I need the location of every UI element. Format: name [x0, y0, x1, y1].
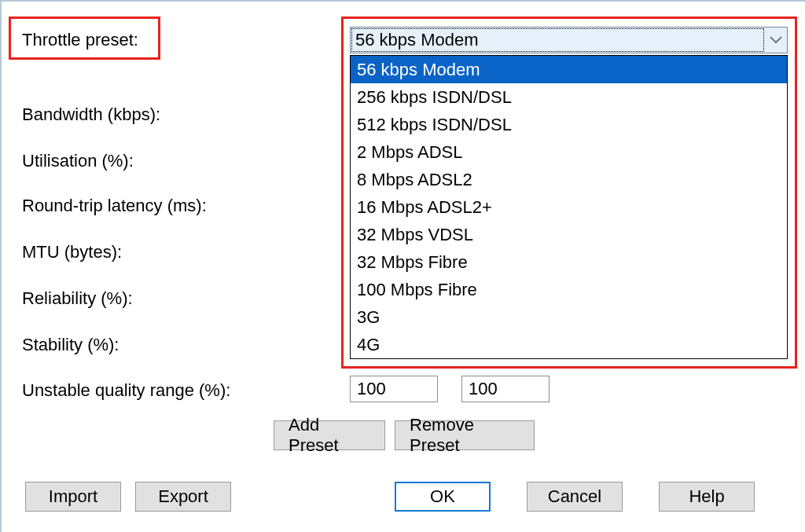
dropdown-option[interactable]: 512 kbps ISDN/DSL — [351, 111, 787, 138]
label-mtu: MTU (bytes): — [22, 242, 122, 262]
remove-preset-button[interactable]: Remove Preset — [395, 420, 535, 450]
throttle-preset-combo[interactable]: 56 kbps Modem — [350, 27, 788, 53]
ok-button[interactable]: OK — [395, 482, 491, 512]
label-latency: Round-trip latency (ms): — [22, 196, 207, 216]
dropdown-option[interactable]: 32 Mbps Fibre — [351, 248, 787, 276]
unstable-range-input-a[interactable]: 100 — [350, 376, 438, 402]
label-reliability: Reliability (%): — [22, 288, 133, 309]
label-unstable-range: Unstable quality range (%): — [22, 380, 230, 401]
cancel-button[interactable]: Cancel — [527, 482, 623, 512]
add-preset-button[interactable]: Add Preset — [274, 420, 385, 450]
unstable-range-row: 100 100 — [350, 376, 550, 402]
dropdown-option[interactable]: 16 Mbps ADSL2+ — [351, 193, 787, 221]
dropdown-option[interactable]: 100 Mbps Fibre — [351, 276, 787, 303]
chevron-down-icon[interactable] — [765, 28, 787, 53]
throttle-preset-dropdown[interactable]: 56 kbps Modem256 kbps ISDN/DSL512 kbps I… — [350, 55, 788, 359]
label-stability: Stability (%): — [22, 335, 119, 355]
dropdown-option[interactable]: 256 kbps ISDN/DSL — [351, 83, 787, 111]
dropdown-option[interactable]: 4G — [351, 331, 787, 358]
label-utilisation: Utilisation (%): — [22, 151, 134, 171]
help-button[interactable]: Help — [659, 482, 755, 512]
dropdown-option[interactable]: 56 kbps Modem — [351, 56, 787, 83]
dropdown-option[interactable]: 2 Mbps ADSL — [351, 138, 787, 166]
import-button[interactable]: Import — [25, 482, 121, 512]
combo-selected-text: 56 kbps Modem — [355, 30, 479, 50]
throttle-preset-combo-value: 56 kbps Modem — [351, 28, 765, 53]
label-bandwidth: Bandwidth (kbps): — [22, 105, 160, 125]
label-throttle-preset: Throttle preset: — [22, 30, 138, 50]
unstable-range-input-b[interactable]: 100 — [461, 376, 550, 402]
dropdown-option[interactable]: 3G — [351, 303, 787, 331]
export-button[interactable]: Export — [135, 482, 231, 512]
dropdown-option[interactable]: 8 Mbps ADSL2 — [351, 166, 787, 193]
dropdown-option[interactable]: 32 Mbps VDSL — [351, 221, 787, 248]
dialog-window: Throttle preset: Bandwidth (kbps): Utili… — [0, 0, 805, 532]
